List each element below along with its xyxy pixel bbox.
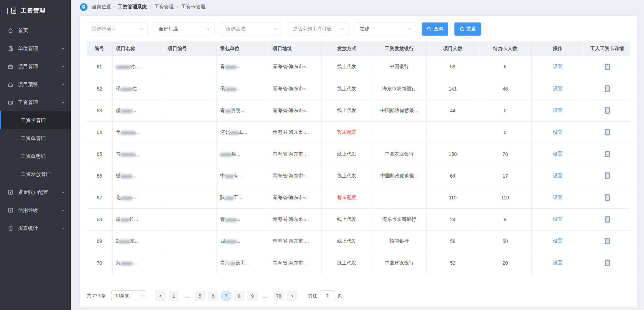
cell-bank: 中国建设银行 xyxy=(372,252,426,274)
table-row: 70海▆▆▆▆...青海▆▆设工...青海省-海东市-...线上代发中国建设银行… xyxy=(87,252,630,274)
settings-link[interactable]: 设置 xyxy=(553,173,563,178)
chevron-down-icon xyxy=(62,66,65,69)
page-button[interactable]: 8 xyxy=(234,291,244,301)
cell-project-name: 2▆▆▆▆东... xyxy=(112,230,164,252)
redacted-text: ▆▆▆▆ xyxy=(225,86,237,91)
cell-contractor: 青▆▆▆▆... xyxy=(217,56,269,78)
cell-id: 66 xyxy=(87,165,112,187)
sidebar-item-credit-rating[interactable]: 信用评级 xyxy=(0,201,71,219)
sidebar: 工资管理 首页 单位管理 项目管理 项目预警 xyxy=(0,0,71,310)
worker-card-detail-icon[interactable] xyxy=(605,107,610,114)
prev-page-button[interactable]: ‹ xyxy=(155,290,166,301)
select-value: 所选区域 xyxy=(226,26,274,32)
sidebar-item-report-stats[interactable]: 报表统计 xyxy=(0,219,71,237)
settings-link[interactable]: 设置 xyxy=(553,216,563,222)
page-button[interactable]: 5 xyxy=(195,291,205,301)
cell-pay-method: 线上代发 xyxy=(321,56,372,78)
sidebar-item-salary[interactable]: 工资管理 xyxy=(0,93,71,111)
cell-project-code xyxy=(164,165,217,187)
cell-project-code xyxy=(164,56,217,78)
reset-button[interactable]: 重置 xyxy=(454,22,481,36)
page-ellipsis: ... xyxy=(260,291,271,301)
settings-link[interactable]: 设置 xyxy=(553,195,563,200)
worker-card-detail-icon[interactable] xyxy=(605,194,610,201)
worker-card-detail-icon[interactable] xyxy=(605,172,610,179)
page-button[interactable]: 7 xyxy=(221,291,231,301)
redacted-text: ▆▆▆▆ xyxy=(118,239,130,244)
search-button[interactable]: 查询 xyxy=(422,22,448,36)
name-visible: ... xyxy=(135,151,139,157)
cell-address: 青海省-海东市-... xyxy=(269,252,321,274)
worker-card-detail-icon[interactable] xyxy=(605,151,610,157)
filter-select-permit[interactable]: 是否有施工许可证 xyxy=(288,22,348,36)
redacted-text: ▆▆▆▆▆ xyxy=(121,152,135,157)
chevron-down-icon xyxy=(62,48,65,51)
cell-contractor: ▆▆▆▆集... xyxy=(217,143,269,165)
name-visible: 循 xyxy=(116,216,121,222)
worker-card-detail-icon[interactable] xyxy=(605,260,610,266)
settings-link[interactable]: 设置 xyxy=(553,64,563,69)
name-visible: ... xyxy=(135,129,139,135)
filter-select-project[interactable]: 请选择项目 xyxy=(87,22,147,36)
app-root: 工资管理 首页 单位管理 项目管理 项目预警 xyxy=(0,0,644,310)
cell-project-code xyxy=(164,143,217,165)
page-button[interactable]: 78 xyxy=(273,291,284,301)
settings-link[interactable]: 设置 xyxy=(553,107,563,113)
sidebar-item-projects[interactable]: 项目管理 xyxy=(0,57,71,75)
settings-link[interactable]: 设置 xyxy=(553,151,563,157)
sidebar-subitem-label: 工资发放管理 xyxy=(21,171,51,178)
cell-address: 青海省-海东市-... xyxy=(269,56,321,78)
cell-contractor: 青▆▆察院... xyxy=(217,100,269,121)
page-button[interactable]: 1 xyxy=(169,291,179,301)
filter-select-status[interactable]: 在建 xyxy=(355,22,415,36)
contractor-visible: 设工... xyxy=(236,260,249,265)
cell-address: 青海省-海东市-... xyxy=(269,100,321,121)
settings-link[interactable]: 设置 xyxy=(553,86,563,91)
settings-link[interactable]: 设置 xyxy=(553,238,563,244)
sidebar-subitem-salary-issue[interactable]: 工资发放管理 xyxy=(0,165,71,183)
filter-select-region[interactable]: 所选区域 xyxy=(221,22,281,36)
worker-card-detail-icon[interactable] xyxy=(605,238,610,244)
cell-people-count: 52 xyxy=(426,252,479,274)
jump-page-input[interactable]: 7 xyxy=(320,290,335,301)
worker-card-detail-icon[interactable] xyxy=(605,64,610,70)
worker-card-detail-icon[interactable] xyxy=(605,129,610,135)
sidebar-subitem-payroll-detail[interactable]: 工资单明细 xyxy=(0,147,71,165)
settings-link[interactable]: 设置 xyxy=(553,129,563,135)
breadcrumb-root[interactable]: 工资管理系统 xyxy=(118,4,147,10)
table-row: 62绿▆▆▆▆住...俱▆▆▆▆...青海省-海东市-...线上代发海东市农商银… xyxy=(87,78,630,100)
sidebar-item-project-warning[interactable]: 项目预警 xyxy=(0,75,71,93)
breadcrumb-item[interactable]: 工资管理 xyxy=(154,4,174,10)
filter-select-industry[interactable]: 全部行业 xyxy=(154,22,214,36)
cell-contractor: 青▆▆▆▆... xyxy=(217,208,269,230)
cell-project-code xyxy=(164,100,217,121)
cell-actions: 设置 xyxy=(531,252,584,274)
cell-id: 70 xyxy=(87,252,112,274)
contractor-visible: 青海 xyxy=(220,260,230,265)
chevron-down-icon xyxy=(62,84,65,87)
worker-card-detail-icon[interactable] xyxy=(605,216,610,223)
cell-id: 67 xyxy=(87,187,112,208)
sidebar-item-label: 项目管理 xyxy=(18,63,62,70)
page-button[interactable]: 6 xyxy=(208,291,218,301)
sidebar-item-fund-account[interactable]: 资金账户配置 xyxy=(0,183,71,201)
contractor-visible: 俱 xyxy=(220,86,225,91)
cell-actions: 设置 xyxy=(531,143,584,165)
cell-project-name: 循▆▆▆▆... xyxy=(112,100,164,121)
sidebar-subitem-payroll[interactable]: 工资单管理 xyxy=(0,129,71,147)
page-size-select[interactable]: 10条/页 xyxy=(111,290,146,301)
cell-contractor: 中▆▆▆有... xyxy=(217,165,269,187)
table-row: 61▆▆▆▆▆对...青▆▆▆▆...青海省-海东市-...线上代发中国银行59… xyxy=(87,56,630,78)
settings-link[interactable]: 设置 xyxy=(553,260,563,265)
sidebar-subitem-label: 工资单明细 xyxy=(21,153,46,160)
cell-project-name: ▆▆▆▆▆对... xyxy=(112,56,164,78)
sidebar-subitem-salary-card[interactable]: 工资卡管理 xyxy=(0,111,71,129)
cell-pending-cards: 17 xyxy=(479,165,531,187)
sidebar-item-home[interactable]: 首页 xyxy=(0,21,71,39)
sidebar-item-units[interactable]: 单位管理 xyxy=(0,39,71,57)
worker-card-detail-icon[interactable] xyxy=(605,85,610,92)
table-body: 61▆▆▆▆▆对...青▆▆▆▆...青海省-海东市-...线上代发中国银行59… xyxy=(87,56,630,274)
page-button[interactable]: 9 xyxy=(247,291,258,301)
cell-id: 63 xyxy=(87,100,112,121)
next-page-button[interactable]: › xyxy=(287,290,298,301)
